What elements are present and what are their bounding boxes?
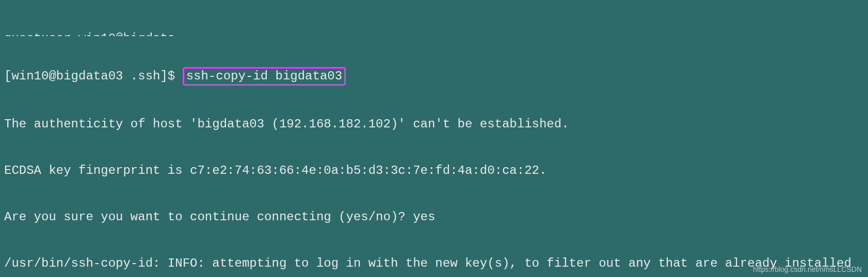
command-text: ssh-copy-id bigdata03 [186, 69, 342, 83]
output-line: The authenticity of host 'bigdata03 (192… [4, 117, 864, 132]
prompt-line: [win10@bigdata03 .ssh]$ ssh-copy-id bigd… [4, 67, 864, 86]
watermark-text: https://blog.csdn.net/nmsLLCSDN [753, 265, 862, 274]
output-line: ECDSA key fingerprint is c7:e2:74:63:66:… [4, 163, 864, 178]
terminal-output[interactable]: guestuser win10@bigdata . [win10@bigdata… [0, 0, 868, 277]
command-highlight: ssh-copy-id bigdata03 [183, 67, 346, 86]
truncated-line: guestuser win10@bigdata . [4, 32, 864, 36]
output-line: /usr/bin/ssh-copy-id: INFO: attempting t… [4, 256, 864, 271]
output-line: Are you sure you want to continue connec… [4, 209, 864, 225]
shell-prompt: [win10@bigdata03 .ssh]$ [4, 69, 183, 83]
